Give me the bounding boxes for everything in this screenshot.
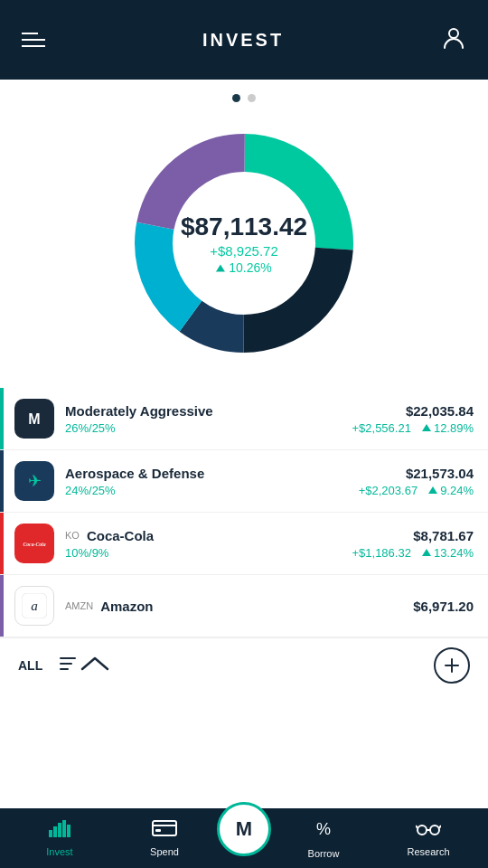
holding-alloc: 26%/25% <box>65 421 116 435</box>
nav-research[interactable]: Research <box>376 819 481 857</box>
home-m-label: M <box>236 817 252 841</box>
holding-name: Coca-Cola <box>87 528 154 543</box>
filter-icon[interactable] <box>57 653 79 678</box>
holding-item-moderately-aggressive[interactable]: M Moderately Aggressive $22,035.84 26%/2… <box>0 388 488 450</box>
svg-text:a: a <box>31 598 38 613</box>
portfolio-gain-percent: 10.26% <box>181 260 307 275</box>
research-label: Research <box>407 846 449 857</box>
holding-change: +$2,203.67 9.24% <box>359 484 474 497</box>
holding-change-pct: 13.24% <box>422 546 474 560</box>
up-triangle-icon <box>216 265 225 272</box>
holding-change-dollar: +$2,203.67 <box>359 484 418 497</box>
holding-icon-plane: ✈ <box>14 461 54 501</box>
holding-name: Amazon <box>100 599 153 614</box>
all-filter-button[interactable]: ALL <box>18 658 42 673</box>
svg-rect-21 <box>155 829 161 832</box>
up-triangle-icon <box>422 424 431 431</box>
nav-invest[interactable]: Invest <box>7 819 112 857</box>
borrow-label: Borrow <box>308 848 340 859</box>
svg-rect-16 <box>58 823 61 837</box>
profile-icon[interactable] <box>441 24 466 56</box>
holding-info-aerospace: Aerospace & Defense $21,573.04 24%/25% +… <box>65 466 474 497</box>
donut-chart: $87,113.42 +$8,925.72 10.26% <box>117 117 371 370</box>
add-holding-button[interactable] <box>434 647 470 684</box>
holding-ticker: AMZN <box>65 600 93 611</box>
up-triangle-icon <box>422 549 431 556</box>
svg-rect-14 <box>49 830 52 837</box>
svg-point-23 <box>418 826 427 835</box>
holding-name: Aerospace & Defense <box>65 466 204 481</box>
holdings-list: M Moderately Aggressive $22,035.84 26%/2… <box>0 388 488 637</box>
menu-icon[interactable] <box>22 33 45 47</box>
donut-center-label: $87,113.42 +$8,925.72 10.26% <box>181 212 307 275</box>
dot-2[interactable] <box>248 94 256 102</box>
holding-value: $6,971.20 <box>413 599 474 614</box>
svg-text:✈: ✈ <box>28 472 42 490</box>
invest-label: Invest <box>46 846 72 857</box>
dot-1[interactable] <box>232 94 240 102</box>
holding-ticker: KO <box>65 530 80 541</box>
holding-name: Moderately Aggressive <box>65 403 213 419</box>
svg-line-26 <box>416 826 418 828</box>
holding-info-amazon: AMZN Amazon $6,971.20 <box>65 599 474 614</box>
pagination-dots <box>232 94 256 102</box>
holding-alloc: 24%/25% <box>65 484 116 497</box>
holding-change-dollar: +$1,186.32 <box>352 546 410 560</box>
holding-item-aerospace[interactable]: ✈ Aerospace & Defense $21,573.04 24%/25%… <box>0 450 488 513</box>
holding-change-pct: 9.24% <box>428 484 474 497</box>
nav-home[interactable]: M <box>217 820 271 856</box>
holding-icon-m: M <box>14 399 54 439</box>
page-title: INVEST <box>202 30 284 51</box>
holding-value: $8,781.67 <box>413 528 474 543</box>
holding-alloc: 10%/9% <box>65 546 108 560</box>
svg-rect-15 <box>53 826 57 837</box>
holding-item-amazon[interactable]: a AMZN Amazon $6,971.20 <box>0 575 488 637</box>
holding-info-coca-cola: KO Coca-Cola $8,781.67 10%/9% +$1,186.32… <box>65 528 474 560</box>
chart-section: $87,113.42 +$8,925.72 10.26% <box>0 80 488 388</box>
svg-text:%: % <box>316 820 331 838</box>
svg-line-27 <box>439 826 441 828</box>
portfolio-value: $87,113.42 <box>181 212 307 241</box>
holding-change-pct: 12.89% <box>422 421 474 435</box>
holding-icon-amazon: a <box>14 586 54 626</box>
sort-toggle-icon[interactable] <box>79 653 111 679</box>
svg-text:Coca-Cola: Coca-Cola <box>23 542 45 547</box>
up-triangle-icon <box>428 486 437 494</box>
invest-icon <box>49 819 70 843</box>
research-icon <box>416 819 441 843</box>
holding-icon-coca-cola: Coca-Cola <box>14 524 54 563</box>
home-m-button[interactable]: M <box>217 802 271 856</box>
holding-change-dollar: +$2,556.21 <box>352 421 410 435</box>
holding-change: +$2,556.21 12.89% <box>352 421 474 435</box>
bottom-nav: Invest Spend M % Borrow <box>0 808 488 868</box>
header: INVEST <box>0 0 488 80</box>
svg-rect-18 <box>67 825 70 837</box>
spend-icon <box>152 819 177 843</box>
holding-value: $22,035.84 <box>406 403 474 419</box>
holding-item-coca-cola[interactable]: Coca-Cola KO Coca-Cola $8,781.67 10%/9% … <box>0 513 488 575</box>
svg-point-0 <box>449 29 458 38</box>
holding-change: +$1,186.32 13.24% <box>352 546 474 560</box>
nav-spend[interactable]: Spend <box>112 819 217 857</box>
svg-point-24 <box>430 826 439 835</box>
svg-rect-19 <box>153 821 176 835</box>
holding-value: $21,573.04 <box>406 466 474 481</box>
action-bar: ALL <box>0 637 488 693</box>
portfolio-gain-dollar: +$8,925.72 <box>181 243 307 259</box>
holding-info-moderately-aggressive: Moderately Aggressive $22,035.84 26%/25%… <box>65 403 474 435</box>
svg-rect-17 <box>62 820 66 837</box>
spend-label: Spend <box>150 846 179 857</box>
borrow-icon: % <box>313 817 334 844</box>
svg-text:M: M <box>28 411 40 427</box>
nav-borrow[interactable]: % Borrow <box>271 817 376 859</box>
